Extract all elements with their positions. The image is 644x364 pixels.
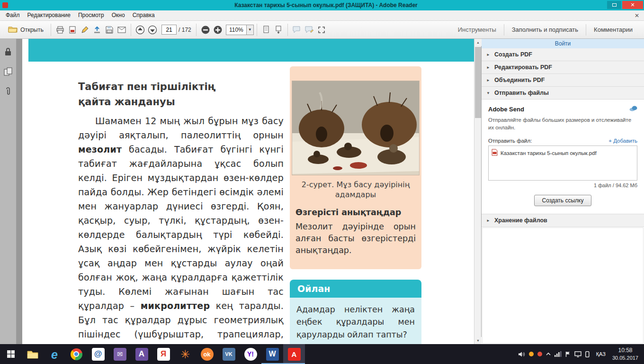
page-thumbnails-icon[interactable] [3, 66, 13, 77]
fill-sign-button[interactable]: Заполнить и подписать [504, 26, 586, 33]
send-file-label: Отправить файл: [488, 138, 532, 144]
menu-help[interactable]: Справка [129, 10, 159, 20]
menu-view[interactable]: Просмотр [74, 10, 108, 20]
yahoo-icon[interactable]: Y! [240, 344, 261, 364]
zoom-out-icon[interactable] [199, 24, 212, 36]
chevron-right-icon [486, 53, 491, 57]
open-button[interactable]: Открыть [4, 23, 48, 36]
navigation-dock [0, 39, 17, 344]
next-page-icon[interactable] [146, 24, 159, 36]
chevron-right-icon [486, 65, 491, 70]
word-icon[interactable]: W [261, 344, 283, 364]
scrolling-view-icon[interactable] [272, 24, 285, 36]
create-link-button[interactable]: Создать ссылку [534, 195, 592, 206]
display-icon[interactable] [574, 351, 581, 357]
activity-text: Мезолит дәуірінде орын алған басты өзгер… [295, 221, 416, 257]
figure-panel: 2-сурет. Мұз басу дәуірінің адамдары Өзг… [290, 66, 421, 269]
add-file-link[interactable]: + Добавить [608, 138, 637, 144]
window-controls: ✕ [607, 1, 643, 9]
scrollbar-thumb[interactable] [475, 47, 481, 118]
lock-icon[interactable] [3, 46, 13, 57]
ok-star-icon[interactable]: ✳ [174, 344, 196, 364]
section-combine-pdf[interactable]: Объединить PDF [482, 74, 644, 87]
pdf-page: Табиғат пен тіршіліктің қайта жандануы Ш… [22, 39, 474, 344]
file-list-box[interactable]: Казакстан тарихы 5-сынып окулык.pdf [488, 146, 637, 181]
chrome-icon[interactable] [65, 344, 87, 364]
section-file-storage[interactable]: Хранение файлов [482, 214, 644, 227]
volume-icon[interactable] [518, 351, 525, 357]
toolbar-separator [196, 24, 197, 36]
restore-button[interactable] [607, 1, 621, 9]
section-edit-pdf[interactable]: Редактировать PDF [482, 61, 644, 74]
time-label: 10:58 [612, 347, 638, 355]
document-viewport[interactable]: Табиғат пен тіршіліктің қайта жандануы Ш… [17, 39, 474, 344]
page-header-band [28, 39, 474, 62]
section-send-files[interactable]: Отправить файлы [482, 87, 644, 100]
folder-open-icon [8, 26, 18, 34]
vkontakte-icon[interactable]: VK [218, 344, 240, 364]
scroll-down-icon[interactable] [474, 337, 482, 344]
hidden-icons-chevron-icon[interactable] [546, 352, 551, 356]
tools-button[interactable]: Инструменты [450, 26, 504, 33]
zoom-level-dropdown[interactable]: 110% [226, 25, 254, 35]
yandex-browser-icon[interactable]: Я [152, 344, 174, 364]
paperclip-icon[interactable] [3, 86, 13, 97]
body-paragraph: Шамамен 12 мың жыл бұрын мұз басу дәуірі… [78, 114, 284, 344]
create-pdf-icon[interactable] [66, 24, 79, 36]
tray-app-orange-icon[interactable] [529, 352, 534, 356]
comments-button[interactable]: Комментарии [586, 26, 640, 33]
tray-app-red-icon[interactable] [537, 352, 542, 356]
vertical-scrollbar[interactable] [474, 39, 481, 344]
panel-buttons: Инструменты Заполнить и подписать Коммен… [450, 21, 640, 38]
odnoklassniki-icon[interactable]: ok [196, 344, 218, 364]
menu-file[interactable]: Файл [2, 10, 24, 20]
page-number-input[interactable] [161, 25, 177, 35]
menubar-close-icon[interactable]: ✕ [630, 12, 644, 19]
app-a-icon[interactable]: A [131, 344, 152, 364]
toolbar: Открыть / 172 110% Инструменты Заполнить… [0, 21, 644, 39]
mail-client-icon[interactable]: ✉ [109, 344, 131, 364]
chevron-right-icon [486, 78, 491, 82]
window-title: Казакстан тарихы 5-сынып окулык.pdf (ЗАЩ… [8, 2, 644, 9]
flag-icon[interactable] [565, 351, 571, 357]
scroll-up-icon[interactable] [474, 39, 482, 46]
windows-logo-icon [7, 350, 15, 358]
sign-pen-icon[interactable] [79, 24, 91, 36]
section-create-pdf[interactable]: Создать PDF [482, 48, 644, 61]
email-icon[interactable] [116, 24, 128, 36]
annotate-bubble-icon[interactable] [303, 24, 315, 36]
file-summary: 1 файл / 94.62 Мб [488, 182, 637, 188]
toolbar-separator [131, 24, 131, 36]
close-button[interactable]: ✕ [622, 1, 643, 9]
fullscreen-icon[interactable] [315, 24, 328, 36]
clock[interactable]: 10:58 30.05.2017 [612, 347, 641, 361]
sign-in-link[interactable]: Войти [482, 39, 644, 48]
language-indicator[interactable]: ҚАЗ [593, 351, 608, 357]
previous-page-icon[interactable] [134, 24, 146, 36]
menu-window[interactable]: Окно [108, 10, 129, 20]
mail-ru-icon[interactable]: @ [87, 344, 109, 364]
section-heading: Табиғат пен тіршіліктің қайта жандануы [78, 80, 249, 109]
send-description: Отправляйте файлы больших размеров и отс… [488, 117, 637, 131]
comment-bubble-icon[interactable] [291, 24, 303, 36]
start-button[interactable] [0, 344, 22, 364]
zoom-in-icon[interactable] [212, 24, 224, 36]
single-page-view-icon[interactable] [260, 24, 272, 36]
menu-edit[interactable]: Редактирование [24, 10, 74, 20]
page-count-label: / 172 [179, 27, 191, 33]
save-icon[interactable] [103, 24, 116, 36]
network-signal-icon[interactable] [555, 351, 562, 357]
share-upload-icon[interactable] [91, 24, 103, 36]
file-explorer-icon[interactable] [22, 344, 44, 364]
toolbar-separator [287, 24, 288, 36]
date-label: 30.05.2017 [612, 355, 638, 361]
adobe-reader-app-icon [2, 2, 8, 8]
tools-panel: Войти Создать PDF Редактировать PDF Объе… [481, 39, 644, 344]
think-box-text: Адамдар неліктен жаңа еңбек құралдары ме… [290, 298, 421, 344]
phone-icon[interactable] [585, 351, 590, 357]
internet-explorer-icon[interactable]: e [44, 344, 65, 364]
file-item[interactable]: Казакстан тарихы 5-сынып окулык.pdf [492, 149, 634, 157]
print-icon[interactable] [54, 24, 66, 36]
adobe-reader-taskbar-icon[interactable]: A [283, 344, 305, 364]
chevron-down-icon [486, 91, 491, 95]
